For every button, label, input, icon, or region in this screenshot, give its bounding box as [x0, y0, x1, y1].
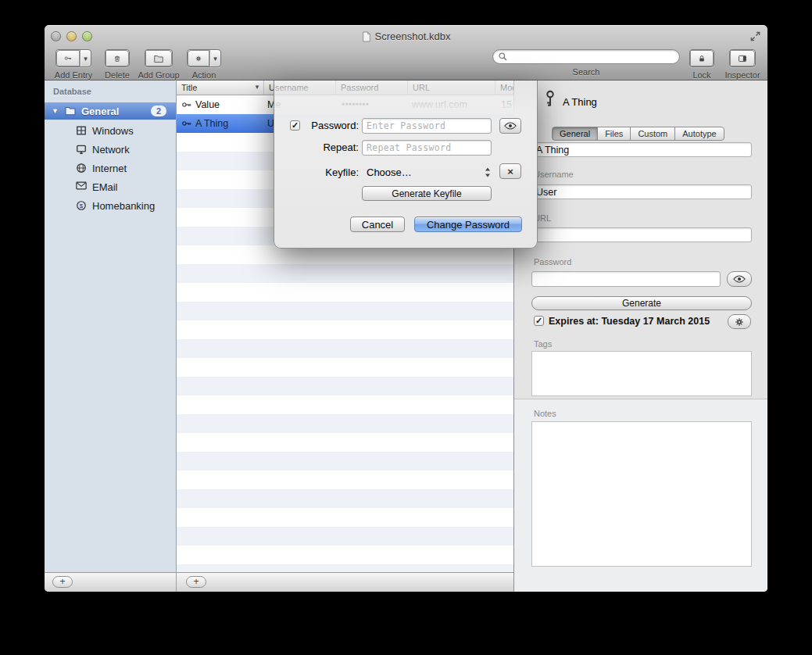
- delete-label: Delete: [105, 70, 130, 80]
- generate-password-button[interactable]: Generate: [531, 296, 752, 310]
- checkmark-icon: ✓: [535, 316, 542, 326]
- homebanking-icon: $: [76, 200, 88, 212]
- close-icon: ×: [507, 166, 513, 177]
- toolbar-add-entry: ▾ Add Entry: [49, 49, 98, 80]
- notes-label: Notes: [534, 409, 556, 418]
- sidebar-item-homebanking[interactable]: $ Homebanking: [45, 196, 176, 215]
- expires-label: Expires at: Tuesday 17 March 2015: [549, 316, 710, 327]
- document-icon: [362, 31, 371, 42]
- url-field[interactable]: [531, 227, 752, 242]
- sidebar-item-network[interactable]: Network: [45, 140, 176, 159]
- inspector-tabs: General Files Custom Autotype: [552, 127, 724, 141]
- action-label: Action: [192, 70, 216, 80]
- eye-icon: [504, 122, 517, 130]
- app-window: Screenshot.kdbx ▾ Add Entry Delete: [45, 25, 767, 592]
- search-icon: [498, 52, 508, 62]
- cell-title: Value: [195, 95, 263, 114]
- username-label: Username: [534, 170, 574, 179]
- column-label: Title: [181, 83, 197, 92]
- windows-icon: [76, 125, 88, 137]
- lock-icon: [690, 50, 714, 66]
- toolbar-add-group: Add Group: [135, 49, 182, 80]
- expires-settings-button[interactable]: [728, 314, 751, 329]
- toolbar-inspector: Inspector: [721, 49, 764, 80]
- action-button[interactable]: ▾: [187, 49, 221, 67]
- tab-autotype[interactable]: Autotype: [674, 127, 724, 141]
- inspector-button[interactable]: [729, 49, 756, 67]
- gear-icon: [735, 317, 744, 327]
- eye-icon: [733, 275, 746, 283]
- trash-icon: [106, 50, 129, 66]
- globe-icon: [76, 163, 88, 174]
- tab-general[interactable]: General: [552, 127, 598, 141]
- sheet-password-input[interactable]: [362, 118, 492, 134]
- sidebar-item-internet[interactable]: Internet: [45, 159, 176, 177]
- fullscreen-icon[interactable]: [749, 30, 761, 42]
- sidebar-item-windows[interactable]: Windows: [45, 121, 176, 140]
- network-icon: [76, 144, 88, 156]
- search-input[interactable]: [510, 50, 679, 63]
- tab-custom[interactable]: Custom: [630, 127, 675, 141]
- svg-text:$: $: [80, 202, 84, 209]
- envelope-icon: [76, 181, 88, 193]
- add-entry-button[interactable]: ▾: [55, 49, 91, 67]
- chevron-down-icon: ▾: [80, 55, 91, 63]
- entry-key-icon: [541, 89, 560, 108]
- sidebar-bottom-bar: +: [45, 572, 177, 592]
- sidebar-item-label: EMail: [92, 181, 118, 193]
- folder-icon: [64, 105, 77, 117]
- toolbar-action: ▾ Action: [184, 49, 224, 80]
- sidebar-item-label: Network: [92, 144, 130, 156]
- toolbar-lock: Lock: [687, 49, 717, 80]
- notes-textarea[interactable]: [531, 421, 752, 567]
- disclosure-triangle-icon[interactable]: ▼: [52, 107, 59, 115]
- folder-icon: [145, 50, 172, 66]
- tab-files[interactable]: Files: [597, 127, 631, 141]
- add-group-button[interactable]: [145, 49, 173, 67]
- titlebar: Screenshot.kdbx: [45, 30, 767, 43]
- password-label: Password: [534, 257, 571, 267]
- group-label: General: [81, 106, 119, 117]
- tags-label: Tags: [534, 339, 552, 349]
- key-icon: [181, 99, 192, 110]
- sidebar-header: Database: [53, 87, 91, 96]
- generate-keyfile-button[interactable]: Generate Keyfile: [362, 186, 492, 201]
- clear-keyfile-button[interactable]: ×: [499, 163, 521, 179]
- add-group-plus-button[interactable]: +: [52, 576, 73, 588]
- sidebar-group-general[interactable]: ▼ General 2: [45, 102, 176, 120]
- cancel-button[interactable]: Cancel: [350, 217, 405, 232]
- inspector-entry-title: A Thing: [563, 96, 597, 108]
- sheet-password-label: Password:: [298, 118, 359, 134]
- group-badge: 2: [151, 106, 166, 116]
- popup-stepper-icon[interactable]: [485, 167, 491, 177]
- title-field[interactable]: [531, 142, 752, 157]
- column-header-title[interactable]: ▼ Title: [177, 81, 264, 95]
- keyfile-popup[interactable]: Choose…: [367, 165, 412, 181]
- tags-textarea[interactable]: [531, 351, 752, 396]
- sidebar-item-email[interactable]: EMail: [45, 177, 176, 196]
- sheet-repeat-input[interactable]: [362, 140, 492, 156]
- sort-indicator-icon: ▼: [254, 81, 260, 95]
- gear-icon: [188, 50, 209, 66]
- window-chrome: Screenshot.kdbx ▾ Add Entry Delete: [45, 25, 767, 81]
- expires-checkbox[interactable]: ✓: [534, 316, 544, 326]
- change-password-sheet: ✓ Password: Repeat: Keyfile: Choose… × G…: [274, 81, 538, 249]
- change-password-button[interactable]: Change Password: [414, 217, 522, 232]
- reveal-password-button[interactable]: [727, 271, 752, 287]
- add-group-label: Add Group: [138, 70, 179, 80]
- add-entry-plus-button[interactable]: +: [186, 576, 206, 588]
- sheet-repeat-label: Repeat:: [298, 140, 359, 156]
- chevron-down-icon: ▾: [210, 55, 220, 63]
- sidebar-item-label: Windows: [92, 125, 134, 137]
- search-field[interactable]: [492, 49, 680, 64]
- cell-title: A Thing: [195, 114, 263, 133]
- toolbar-search: Search: [492, 49, 680, 77]
- inspector-panel: A Thing General Files Custom Autotype Us…: [514, 81, 767, 592]
- sidebar: Database ▼ General 2 Windows Network: [45, 81, 177, 572]
- lock-button[interactable]: [689, 49, 714, 67]
- password-field[interactable]: [531, 271, 721, 287]
- sheet-reveal-password-button[interactable]: [499, 118, 521, 134]
- username-field[interactable]: [531, 184, 752, 199]
- notes-section: Notes: [514, 399, 767, 592]
- delete-button[interactable]: [105, 49, 130, 67]
